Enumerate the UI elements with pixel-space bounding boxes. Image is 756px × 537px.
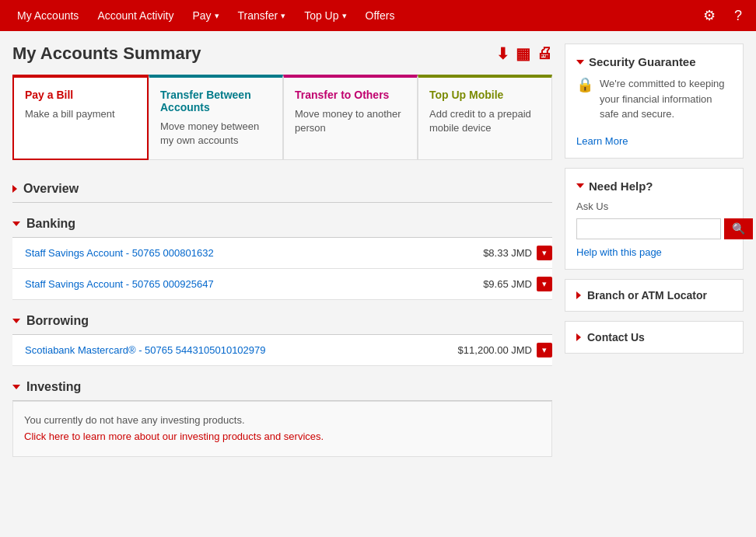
qa-card-desc: Move money between my own accounts [160, 120, 271, 148]
grid-icon[interactable]: ▦ [516, 44, 530, 63]
contact-card[interactable]: Contact Us [565, 321, 744, 354]
qa-card-title: Transfer Between Accounts [160, 89, 271, 113]
borrowing-section: Borrowing Scotiabank Mastercard® - 50765… [12, 308, 552, 366]
security-card: Security Guarantee 🔒 We're committed to … [565, 44, 744, 159]
branch-card[interactable]: Branch or ATM Locator [565, 279, 744, 312]
balance-1: $8.33 JMD ▾ [483, 246, 552, 260]
banking-account-2: Staff Savings Account - 50765 000925647 … [12, 269, 552, 300]
security-title: Security Guarantee [589, 55, 696, 68]
lock-icon: 🔒 [576, 76, 593, 93]
borrowing-header[interactable]: Borrowing [12, 308, 552, 335]
settings-icon[interactable]: ⚙ [697, 5, 722, 26]
account-link-1[interactable]: Staff Savings Account - 50765 000801632 [25, 247, 214, 259]
balance-3: $11,200.00 JMD ▾ [458, 343, 552, 357]
qa-card-pay-bill[interactable]: Pay a Bill Make a bill payment [12, 75, 149, 160]
qa-card-title: Pay a Bill [25, 89, 136, 101]
balance-2: $9.65 JMD ▾ [483, 277, 552, 291]
title-action-icons: ⬇ ▦ 🖨 [496, 44, 552, 63]
borrowing-account-1: Scotiabank Mastercard® - 50765 544310501… [12, 335, 552, 366]
banking-label: Banking [26, 217, 75, 231]
investing-learn-more-link[interactable]: Click here to learn more about our inves… [24, 431, 324, 442]
page-title: My Accounts Summary [12, 44, 201, 64]
help-header: Need Help? [576, 180, 732, 193]
overview-arrow [12, 185, 17, 193]
account-dropdown-1[interactable]: ▾ [537, 246, 552, 260]
quick-actions: Pay a Bill Make a bill payment Transfer … [12, 75, 552, 160]
account-link-2[interactable]: Staff Savings Account - 50765 000925647 [25, 278, 214, 290]
banking-arrow [12, 221, 20, 226]
help-card: Need Help? Ask Us 🔍 Help with this page [565, 168, 744, 270]
overview-label: Overview [23, 182, 79, 196]
help-title: Need Help? [589, 180, 653, 193]
sidebar: Security Guarantee 🔒 We're committed to … [565, 44, 744, 465]
investing-content: You currently do not have any investing … [12, 401, 552, 457]
banking-account-1: Staff Savings Account - 50765 000801632 … [12, 238, 552, 269]
download-icon[interactable]: ⬇ [496, 44, 509, 63]
account-dropdown-3[interactable]: ▾ [537, 343, 552, 357]
nav-my-accounts[interactable]: My Accounts [8, 0, 88, 31]
nav-pay[interactable]: Pay [183, 0, 228, 31]
nav-right-icons: ⚙ ? [697, 5, 748, 26]
help-search-input[interactable] [576, 218, 721, 239]
security-learn-more[interactable]: Learn More [576, 135, 628, 147]
overview-header[interactable]: Overview [12, 176, 552, 203]
qa-card-top-up[interactable]: Top Up Mobile Add credit to a prepaid mo… [418, 75, 552, 160]
help-page-link[interactable]: Help with this page [576, 246, 662, 258]
nav-offers[interactable]: Offers [356, 0, 404, 31]
content-area: My Accounts Summary ⬇ ▦ 🖨 Pay a Bill Mak… [12, 44, 552, 465]
qa-card-transfer-others[interactable]: Transfer to Others Move money to another… [283, 75, 418, 160]
investing-arrow [12, 385, 20, 389]
help-icon[interactable]: ? [728, 5, 748, 26]
print-icon[interactable]: 🖨 [537, 44, 552, 63]
ask-us-label: Ask Us [576, 201, 732, 212]
nav-top-up[interactable]: Top Up [295, 0, 355, 31]
credit-card-link[interactable]: Scotiabank Mastercard® - 50765 544310501… [25, 344, 266, 356]
security-text: We're committed to keeping your financia… [600, 76, 732, 122]
page-title-bar: My Accounts Summary ⬇ ▦ 🖨 [12, 44, 552, 64]
security-arrow [576, 60, 584, 65]
qa-card-title: Top Up Mobile [429, 89, 541, 101]
help-search-button[interactable]: 🔍 [724, 218, 753, 239]
investing-header[interactable]: Investing [12, 374, 552, 401]
contact-title: Contact Us [587, 331, 645, 343]
branch-title: Branch or ATM Locator [587, 289, 707, 302]
contact-arrow [576, 333, 581, 341]
account-dropdown-2[interactable]: ▾ [537, 277, 552, 291]
help-input-row: 🔍 [576, 218, 732, 239]
investing-empty-text: You currently do not have any investing … [24, 414, 245, 426]
borrowing-arrow [12, 319, 20, 323]
security-header: Security Guarantee [576, 55, 732, 68]
qa-card-desc: Move money to another person [295, 107, 406, 135]
qa-card-title: Transfer to Others [295, 89, 406, 101]
investing-label: Investing [26, 380, 81, 394]
borrowing-label: Borrowing [26, 314, 89, 328]
banking-section: Banking Staff Savings Account - 50765 00… [12, 211, 552, 300]
qa-card-desc: Make a bill payment [25, 107, 136, 121]
banking-header[interactable]: Banking [12, 211, 552, 238]
navigation-bar: My Accounts Account Activity Pay Transfe… [0, 0, 756, 31]
qa-card-desc: Add credit to a prepaid mobile device [429, 107, 541, 135]
help-arrow [576, 183, 584, 188]
investing-section: Investing You currently do not have any … [12, 374, 552, 457]
nav-account-activity[interactable]: Account Activity [88, 0, 183, 31]
main-wrapper: My Accounts Summary ⬇ ▦ 🖨 Pay a Bill Mak… [0, 31, 756, 477]
overview-section: Overview [12, 176, 552, 203]
qa-card-transfer-between[interactable]: Transfer Between Accounts Move money bet… [149, 75, 283, 160]
branch-arrow [576, 291, 581, 299]
nav-transfer[interactable]: Transfer [229, 0, 296, 31]
